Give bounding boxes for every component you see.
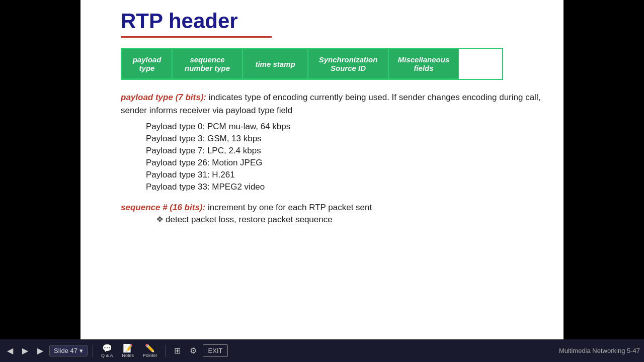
qa-button[interactable]: 💬 Q & A (98, 341, 116, 360)
slide-title: RTP header (121, 9, 238, 33)
section1-highlight: payload type (7 bits): (121, 93, 206, 102)
toolbar-separator-2 (166, 345, 166, 357)
slide-area: RTP header payload type sequence number … (80, 0, 564, 339)
payload-bullets: Payload type 0: PCM mu-law, 64 kbps Payl… (146, 121, 543, 193)
section2-text: sequence # (16 bits): increment by one f… (121, 201, 543, 214)
exit-button[interactable]: EXIT (203, 344, 228, 357)
settings-icon: ⚙ (190, 346, 197, 355)
bullet-3: Payload type 26: Motion JPEG (146, 157, 543, 169)
rtp-header-table: payload type sequence number type time s… (121, 48, 503, 80)
prev-button[interactable]: ◀ (4, 345, 16, 357)
qa-icon: 💬 (101, 343, 113, 353)
slide-indicator[interactable]: Slide 47 ▾ (49, 345, 88, 356)
next-button[interactable]: ▶ (34, 345, 46, 357)
bullet-4: Payload type 31: H.261 (146, 169, 543, 181)
section2-body: increment by one for each RTP packet sen… (205, 203, 372, 212)
notes-label: Notes (122, 353, 134, 358)
settings-button[interactable]: ⚙ (187, 344, 200, 357)
header-cell-payload: payload type (122, 49, 172, 79)
qa-label: Q & A (101, 353, 113, 358)
header-cell-misc: Miscellaneous fields (388, 49, 459, 79)
header-cell-timestamp: time stamp (243, 49, 308, 79)
title-underline (121, 36, 272, 38)
pointer-button[interactable]: ✏️ Pointer (140, 341, 160, 360)
notes-button[interactable]: 📝 Notes (119, 341, 137, 360)
header-cell-sequence: sequence number type (172, 49, 243, 79)
pointer-icon: ✏️ (143, 343, 157, 353)
toolbar-separator-1 (93, 345, 93, 357)
notes-icon: 📝 (122, 343, 134, 353)
status-text: Multimedia Networking 5-47 (559, 347, 640, 354)
adjust-icon: ⊞ (174, 346, 181, 355)
bullet-0: Payload type 0: PCM mu-law, 64 kbps (146, 121, 543, 133)
bullet-2: Payload type 7: LPC, 2.4 kbps (146, 145, 543, 157)
bullet-1: Payload type 3: GSM, 13 kbps (146, 133, 543, 145)
black-left-bar (0, 0, 80, 339)
play-button[interactable]: ▶ (19, 345, 31, 357)
slide-dropdown-arrow: ▾ (79, 347, 83, 354)
diamond-icon: ❖ (156, 215, 164, 224)
section1-text: payload type (7 bits): indicates type of… (121, 91, 543, 118)
adjust-button[interactable]: ⊞ (171, 344, 184, 357)
section2-highlight: sequence # (16 bits): (121, 203, 205, 212)
slide-indicator-label: Slide 47 (54, 347, 77, 354)
black-right-bar (564, 0, 644, 339)
sub-bullet-text: detect packet loss, restore packet seque… (166, 215, 333, 224)
header-cell-syncid: Synchronization Source ID (308, 49, 388, 79)
bullet-5: Payload type 33: MPEG2 video (146, 181, 543, 193)
toolbar: ◀ ▶ ▶ Slide 47 ▾ 💬 Q & A 📝 Notes ✏️ Poin… (0, 339, 644, 362)
section2-container: sequence # (16 bits): increment by one f… (121, 201, 543, 225)
pointer-label: Pointer (143, 353, 157, 358)
section2-subbullet: ❖detect packet loss, restore packet sequ… (156, 214, 543, 225)
